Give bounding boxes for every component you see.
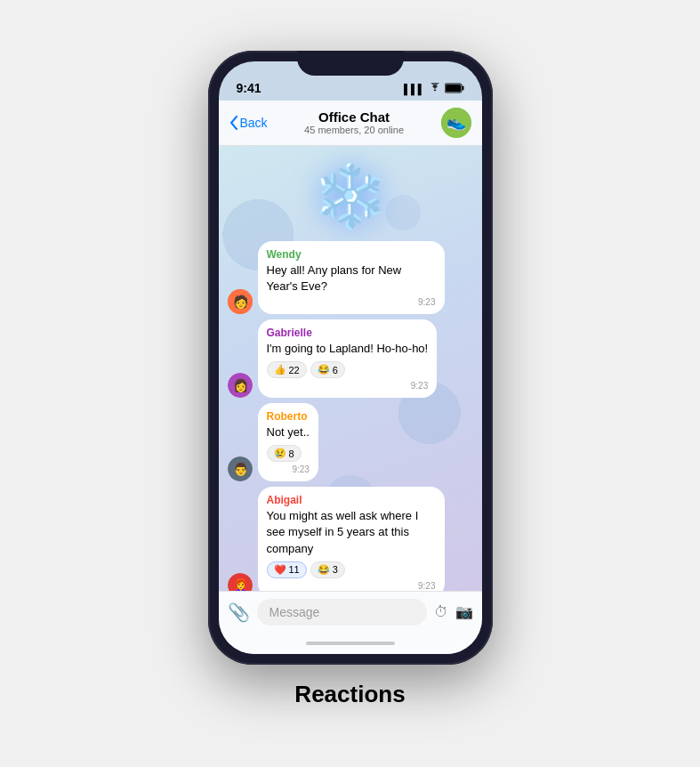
reaction-pill[interactable]: ❤️ 11 [267,561,307,578]
reaction-emoji: ❤️ [274,564,286,576]
notch [297,51,404,76]
phone-screen: 9:41 ▌▌▌ Back Office C [219,61,482,654]
reaction-emoji: 👍 [274,364,286,375]
group-avatar[interactable]: 👟 [441,108,471,138]
snowflake-sticker: ❄️ [228,159,473,232]
reaction-count: 8 [289,448,294,459]
chat-area: ❄️ 🧑 Wendy Hey all! Any plans for New Ye… [219,146,482,591]
reaction-count: 6 [333,365,338,375]
reaction-pill[interactable]: 😂 6 [310,361,345,378]
input-bar: 📎 Message ⏱ 📷 [219,591,482,633]
sender-name: Gabrielle [267,327,429,339]
message-text: Not yet.. [267,424,310,440]
sender-name: Abigail [267,494,436,506]
battery-icon [445,83,464,95]
reaction-pill[interactable]: 😂 3 [310,561,345,578]
header-center: Office Chat 45 members, 20 online [304,109,404,135]
chat-subtitle: 45 members, 20 online [304,125,404,135]
reaction-emoji: 😂 [318,364,330,375]
reaction-pill[interactable]: 👍 22 [267,361,307,378]
chat-header: Back Office Chat 45 members, 20 online 👟 [219,101,482,146]
home-bar [306,642,395,645]
home-indicator [219,633,482,654]
avatar: 🧑 [228,289,253,314]
reaction-count: 22 [289,365,300,375]
message-row: 👩‍🦰 Abigail You might as well ask where … [228,487,473,590]
wifi-icon [429,83,441,94]
message-input[interactable]: Message [257,599,427,626]
svg-rect-1 [462,85,463,90]
message-time: 9:23 [267,581,436,591]
camera-icon[interactable]: 📷 [455,603,473,620]
attach-icon[interactable]: 📎 [228,601,250,623]
reactions: 👍 22 😂 6 [267,361,429,378]
message-bubble: Roberto Not yet.. 😢 8 9:23 [258,403,318,481]
status-time: 9:41 [237,81,261,95]
message-time: 9:23 [267,464,310,474]
svg-text:👨: 👨 [232,462,248,477]
svg-text:🧑: 🧑 [232,295,248,310]
svg-rect-2 [446,85,461,92]
page-title: Reactions [294,681,405,708]
back-button[interactable]: Back [229,116,268,130]
status-icons: ▌▌▌ [404,83,463,95]
message-text: You might as well ask where I see myself… [267,508,436,557]
message-text: Hey all! Any plans for New Year's Eve? [267,262,436,295]
avatar: 👩‍🦰 [228,573,253,591]
svg-text:👟: 👟 [447,112,467,132]
avatar: 👩 [228,373,253,398]
reaction-emoji: 😂 [318,564,330,576]
message-text: I'm going to Lapland! Ho-ho-ho! [267,341,429,357]
avatar: 👨 [228,456,253,481]
svg-text:👩: 👩 [232,378,248,393]
reaction-count: 3 [333,564,338,575]
message-bubble: Gabrielle I'm going to Lapland! Ho-ho-ho… [258,319,438,398]
page-wrapper: 9:41 ▌▌▌ Back Office C [208,33,493,735]
sender-name: Wendy [267,248,436,261]
reaction-count: 11 [289,564,300,575]
reaction-pill[interactable]: 😢 8 [267,445,302,462]
message-time: 9:23 [267,381,429,391]
signal-icon: ▌▌▌ [404,84,424,94]
reactions: ❤️ 11 😂 3 [267,561,436,578]
message-bubble: Wendy Hey all! Any plans for New Year's … [258,241,445,314]
phone-frame: 9:41 ▌▌▌ Back Office C [208,51,493,665]
message-row: 👨 Roberto Not yet.. 😢 8 9:23 [228,403,473,481]
timer-icon[interactable]: ⏱ [434,604,448,620]
reactions: 😢 8 [267,445,310,462]
message-row: 🧑 Wendy Hey all! Any plans for New Year'… [228,241,473,314]
svg-text:👩‍🦰: 👩‍🦰 [232,578,248,591]
message-placeholder: Message [270,605,320,619]
message-bubble: Abigail You might as well ask where I se… [258,487,445,590]
back-label: Back [240,116,268,130]
chat-title: Office Chat [304,109,404,125]
message-row: 👩 Gabrielle I'm going to Lapland! Ho-ho-… [228,319,473,398]
reaction-emoji: 😢 [274,448,286,459]
sender-name: Roberto [267,410,310,423]
message-time: 9:23 [267,297,436,307]
